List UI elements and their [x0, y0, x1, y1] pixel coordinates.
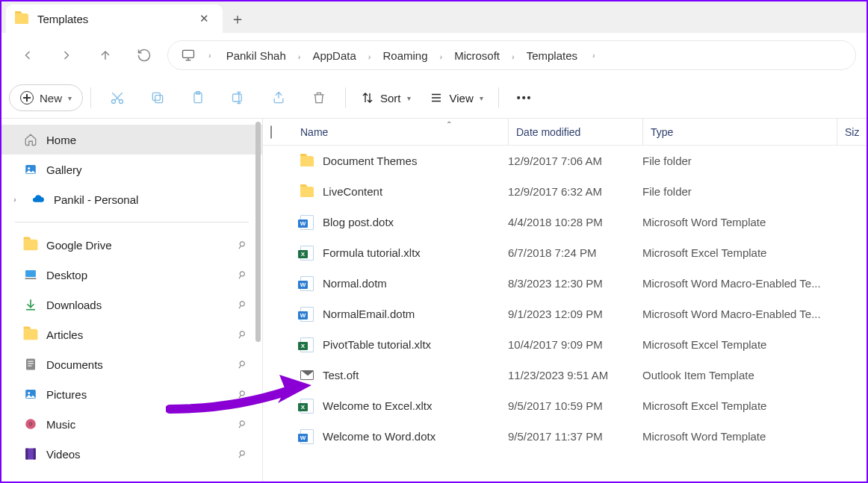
excel-icon: [300, 246, 314, 261]
pin-icon: ⚲: [236, 358, 249, 371]
file-row[interactable]: LiveContent12/9/2017 6:32 AMFile folder: [263, 176, 867, 207]
tab-strip: Templates ✕ ＋: [1, 1, 867, 33]
sidebar-item-videos[interactable]: Videos⚲: [1, 439, 262, 469]
pin-icon: ⚲: [236, 298, 249, 311]
pin-icon: ⚲: [236, 417, 249, 431]
file-type: Outlook Item Template: [642, 369, 837, 381]
sidebar-item-music[interactable]: Music⚲: [1, 409, 262, 439]
file-row[interactable]: Document Themes12/9/2017 7:06 AMFile fol…: [263, 146, 867, 176]
sidebar-item-desktop[interactable]: Desktop⚲: [1, 260, 262, 290]
file-name: Welcome to Excel.xltx: [323, 399, 432, 412]
paste-button[interactable]: [179, 83, 217, 113]
share-button[interactable]: [260, 83, 297, 113]
file-row[interactable]: NormalEmail.dotm9/1/2023 12:09 PMMicroso…: [263, 299, 867, 329]
sidebar-item-gallery[interactable]: Gallery: [1, 155, 262, 184]
breadcrumb-segment[interactable]: Roaming: [373, 46, 436, 65]
sidebar-item-label: Music: [46, 418, 75, 431]
sidebar-item-home[interactable]: Home: [1, 125, 262, 155]
view-label: View: [450, 92, 474, 105]
refresh-button[interactable]: [128, 40, 160, 71]
select-all-checkbox[interactable]: [270, 125, 272, 139]
svg-point-9: [28, 167, 30, 169]
tab-templates[interactable]: Templates ✕: [6, 4, 223, 33]
sidebar-item-label: Downloads: [46, 299, 102, 311]
file-row[interactable]: Blog post.dotx4/4/2018 10:28 PMMicrosoft…: [263, 207, 867, 237]
breadcrumb-segment[interactable]: Microsoft: [445, 46, 509, 65]
sidebar-item-label: Google Drive: [46, 239, 112, 252]
sort-button[interactable]: Sort ▾: [353, 83, 418, 113]
svg-point-2: [120, 100, 123, 104]
file-name: Normal.dotm: [323, 277, 387, 290]
onedrive-icon: [31, 193, 45, 206]
svg-rect-14: [28, 364, 34, 364]
file-name: PivotTable tutorial.xltx: [323, 338, 431, 351]
word-icon: [300, 276, 314, 291]
file-date: 9/5/2017 10:59 PM: [508, 399, 642, 412]
sidebar-item-documents[interactable]: Documents⚲: [1, 349, 262, 379]
sidebar-item-label: Videos: [46, 448, 81, 461]
sidebar-item-onedrive[interactable]: ›Pankil - Personal: [1, 184, 262, 214]
breadcrumb-segment[interactable]: Pankil Shah: [217, 46, 295, 65]
close-tab-button[interactable]: ✕: [194, 9, 214, 28]
file-row[interactable]: Normal.dotm8/3/2023 12:30 PMMicrosoft Wo…: [263, 268, 867, 299]
excel-icon: [300, 399, 314, 414]
file-row[interactable]: Formula tutorial.xltx6/7/2018 7:24 PMMic…: [263, 237, 867, 268]
column-headers[interactable]: Name ⌃ Date modified Type Siz: [263, 119, 867, 146]
breadcrumb-segment[interactable]: AppData: [303, 46, 365, 65]
file-type: Microsoft Excel Template: [642, 338, 837, 351]
file-type: File folder: [642, 185, 837, 198]
picture-icon: [24, 387, 37, 401]
more-button[interactable]: •••: [506, 92, 543, 104]
file-row[interactable]: Welcome to Excel.xltx9/5/2017 10:59 PMMi…: [263, 390, 867, 421]
chevron-right-icon: ›: [436, 52, 445, 61]
new-button[interactable]: New ▾: [9, 84, 83, 111]
forward-button[interactable]: [51, 40, 82, 71]
file-row[interactable]: Test.oft11/23/2023 9:51 AMOutlook Item T…: [263, 360, 867, 390]
chevron-right-icon: ›: [365, 52, 374, 61]
sidebar-item-gdrive[interactable]: Google Drive⚲: [1, 230, 262, 260]
file-date: 8/3/2023 12:30 PM: [508, 277, 642, 290]
copy-button[interactable]: [139, 83, 176, 113]
svg-rect-0: [183, 50, 194, 57]
delete-button[interactable]: [300, 83, 338, 113]
word-icon: [300, 429, 314, 444]
col-date[interactable]: Date modified: [508, 119, 642, 145]
cut-button[interactable]: [99, 83, 136, 113]
new-tab-button[interactable]: ＋: [223, 4, 252, 33]
file-date: 6/7/2018 7:24 PM: [508, 246, 642, 259]
file-list: Name ⌃ Date modified Type Siz Document T…: [263, 119, 867, 482]
chevron-right-icon: ›: [295, 52, 304, 61]
col-name[interactable]: Name: [300, 126, 508, 138]
home-icon: [24, 133, 37, 146]
svg-rect-22: [25, 449, 28, 460]
sidebar-item-downloads[interactable]: Downloads⚲: [1, 290, 262, 320]
pin-icon: ⚲: [236, 447, 249, 461]
doc-icon: [24, 358, 37, 371]
file-name: Document Themes: [323, 155, 417, 167]
svg-point-20: [30, 423, 31, 425]
breadcrumb-segment[interactable]: Templates: [518, 46, 586, 65]
col-type[interactable]: Type: [642, 119, 837, 145]
new-button-label: New: [40, 92, 62, 105]
col-size[interactable]: Siz: [837, 119, 867, 145]
chevron-right-icon[interactable]: ›: [7, 196, 22, 204]
download-icon: [24, 298, 37, 311]
address-bar[interactable]: › Pankil Shah›AppData›Roaming›Microsoft›…: [167, 40, 856, 70]
file-row[interactable]: PivotTable tutorial.xltx10/4/2017 9:09 P…: [263, 329, 867, 360]
plus-icon: [20, 91, 34, 105]
sidebar-item-articles[interactable]: Articles⚲: [1, 320, 262, 349]
rename-button[interactable]: [220, 83, 257, 113]
pin-icon: ⚲: [236, 268, 249, 281]
file-name: NormalEmail.dotm: [323, 308, 415, 320]
file-row[interactable]: Welcome to Word.dotx9/5/2017 11:37 PMMic…: [263, 421, 867, 452]
sidebar-item-pictures[interactable]: Pictures⚲: [1, 379, 262, 409]
file-name: Blog post.dotx: [323, 216, 394, 228]
file-type: Microsoft Word Macro-Enabled Te...: [642, 308, 837, 320]
file-type: Microsoft Word Macro-Enabled Te...: [642, 277, 837, 290]
file-name: Welcome to Word.dotx: [323, 430, 435, 443]
view-button[interactable]: View ▾: [421, 83, 491, 113]
up-button[interactable]: [90, 40, 121, 71]
back-button[interactable]: [12, 40, 43, 71]
pin-icon: ⚲: [236, 328, 249, 341]
svg-rect-7: [233, 94, 242, 102]
